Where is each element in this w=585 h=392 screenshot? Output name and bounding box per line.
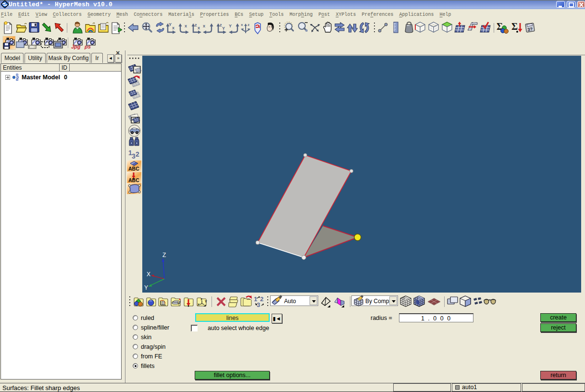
svg-text:x: x [198, 25, 200, 30]
svg-text:Y: Y [205, 300, 207, 303]
svg-text:x: x [203, 24, 205, 28]
svg-text:Y: Y [169, 22, 172, 27]
svg-text:z: z [201, 297, 203, 301]
svg-text:3?: 3? [527, 26, 533, 32]
svg-text:z: z [195, 23, 197, 27]
svg-text:Y: Y [144, 284, 148, 291]
svg-text:Σ: Σ [511, 21, 518, 32]
svg-text:Y: Y [222, 26, 225, 31]
svg-text:x: x [241, 23, 243, 27]
svg-text:X: X [147, 271, 150, 278]
svg-text:3: 3 [132, 152, 136, 160]
svg-text:3: 3 [257, 301, 260, 308]
svg-text:Jpg: Jpg [71, 44, 81, 49]
svg-text:ABC: ABC [128, 166, 139, 172]
svg-text:ABC: ABC [128, 177, 139, 183]
svg-text:x: x [198, 303, 199, 306]
svg-text:ps: ps [84, 44, 91, 49]
svg-text:2: 2 [260, 295, 263, 303]
svg-text:2: 2 [136, 150, 139, 158]
svg-text:Z: Z [162, 252, 166, 258]
svg-text:z: z [248, 23, 249, 27]
svg-text:x: x [172, 25, 174, 30]
svg-text:Y: Y [229, 24, 232, 28]
svg-text:x: x [185, 24, 187, 28]
svg-text:t: t [178, 303, 179, 306]
